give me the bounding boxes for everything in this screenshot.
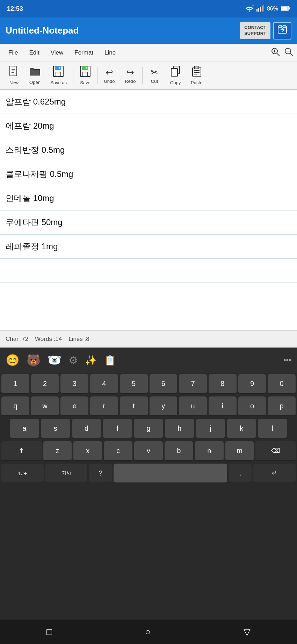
backspace-key[interactable]: ⌫ (255, 441, 296, 461)
key-q[interactable]: q (1, 396, 29, 416)
menu-view[interactable]: View (46, 46, 68, 59)
paste-button[interactable]: Paste (186, 64, 207, 87)
emoji-smile[interactable]: 😊 (6, 353, 20, 367)
new-label: New (9, 80, 19, 85)
key-r[interactable]: r (90, 396, 118, 416)
enter-key[interactable]: ↵ (253, 464, 296, 483)
key-v[interactable]: v (134, 441, 163, 461)
saveas-button[interactable]: Save as (45, 64, 72, 87)
line-empty (0, 306, 297, 330)
cut-button[interactable]: ✂ Cut (144, 66, 165, 85)
save-icon (80, 66, 90, 80)
key-0[interactable]: 0 (268, 374, 296, 394)
wifi-icon (245, 5, 254, 13)
key-s[interactable]: s (41, 419, 70, 438)
key-p[interactable]: p (268, 396, 296, 416)
menu-edit[interactable]: Edit (24, 46, 44, 59)
zoom-out-button[interactable] (284, 47, 294, 59)
key-a[interactable]: a (10, 419, 39, 438)
key-y[interactable]: y (150, 396, 178, 416)
key-4[interactable]: 4 (90, 374, 118, 394)
key-u[interactable]: u (179, 396, 207, 416)
cut-icon: ✂ (151, 67, 158, 78)
key-7[interactable]: 7 (179, 374, 207, 394)
key-i[interactable]: i (209, 396, 237, 416)
battery-icon (281, 6, 290, 12)
nav-back-button[interactable]: ▽ (233, 624, 261, 640)
svg-rect-11 (283, 26, 286, 28)
svg-rect-1 (256, 9, 258, 12)
key-w[interactable]: w (31, 396, 59, 416)
redo-button[interactable]: ↪ Redo (120, 66, 141, 85)
key-b[interactable]: b (165, 441, 193, 461)
gear-icon[interactable]: ⚙ (68, 354, 78, 366)
line-item: 알프람 0.625mg (0, 90, 297, 114)
open-icon (29, 66, 41, 79)
asdf-row: a s d f g h j k l (0, 417, 297, 440)
toolbar: New Open Save as (0, 62, 297, 90)
svg-rect-29 (83, 72, 88, 76)
line-item: 레피졸정 1mg (0, 235, 297, 259)
emoji-polar-bear[interactable]: 🐻‍❄️ (48, 353, 61, 367)
key-j[interactable]: j (196, 419, 225, 438)
key-e[interactable]: e (60, 396, 88, 416)
key-1[interactable]: 1 (1, 374, 29, 394)
header-buttons: CONTACT SUPPORT (240, 22, 291, 40)
key-n[interactable]: n (195, 441, 224, 461)
open-button[interactable]: Open (24, 65, 45, 87)
contact-support-button[interactable]: CONTACT SUPPORT (240, 22, 270, 40)
menu-line[interactable]: Line (100, 46, 121, 59)
menu-bar: File Edit View Format Line (0, 44, 297, 62)
key-m[interactable]: m (225, 441, 254, 461)
nav-recents-button[interactable]: □ (36, 624, 63, 640)
save-button[interactable]: Save (75, 64, 96, 87)
key-o[interactable]: o (238, 396, 266, 416)
open-label: Open (29, 80, 41, 85)
new-icon (9, 66, 19, 80)
key-5[interactable]: 5 (120, 374, 148, 394)
clipboard-icon[interactable]: 📋 (104, 355, 116, 366)
key-x[interactable]: x (73, 441, 102, 461)
space-key[interactable] (114, 464, 227, 483)
key-3[interactable]: 3 (60, 374, 88, 394)
key-k[interactable]: k (227, 419, 256, 438)
toolbar-sep-2 (97, 67, 97, 84)
zoom-in-button[interactable] (270, 47, 280, 59)
svg-rect-8 (289, 7, 290, 9)
key-l[interactable]: l (258, 419, 287, 438)
svg-line-17 (290, 53, 293, 56)
undo-button[interactable]: ↩ Undo (99, 66, 120, 85)
copy-button[interactable]: Copy (165, 64, 186, 87)
line-item: 쿠에타핀 50mg (0, 210, 297, 235)
key-9[interactable]: 9 (238, 374, 266, 394)
menu-file[interactable]: File (3, 46, 23, 59)
nav-home-button[interactable]: ○ (135, 624, 161, 640)
share-button[interactable] (273, 22, 291, 40)
key-c[interactable]: c (104, 441, 132, 461)
korean-key[interactable]: 가/a (45, 464, 88, 483)
saveas-label: Save as (50, 80, 67, 85)
period-key[interactable]: . (229, 464, 252, 483)
more-options-icon[interactable]: ••• (283, 356, 291, 365)
magic-wand-icon[interactable]: ✨ (85, 355, 97, 366)
svg-rect-3 (260, 7, 261, 12)
paste-label: Paste (191, 80, 202, 85)
question-key[interactable]: ? (89, 464, 112, 483)
paste-icon (192, 66, 202, 80)
key-d[interactable]: d (72, 419, 101, 438)
menu-format[interactable]: Format (70, 46, 98, 59)
key-z[interactable]: z (43, 441, 72, 461)
notepad-content[interactable]: 알프람 0.625mg 에프람 20mg 스리반정 0.5mg 클로나제팜 0.… (0, 90, 297, 330)
key-h[interactable]: h (165, 419, 194, 438)
emoji-bear[interactable]: 🐻 (27, 353, 41, 367)
key-2[interactable]: 2 (31, 374, 59, 394)
key-t[interactable]: t (120, 396, 148, 416)
key-8[interactable]: 8 (209, 374, 237, 394)
key-g[interactable]: g (134, 419, 163, 438)
shift-key[interactable]: ⬆ (1, 441, 42, 461)
key-f[interactable]: f (103, 419, 132, 438)
numbers-key[interactable]: 1#+ (1, 464, 44, 483)
new-button[interactable]: New (3, 64, 24, 87)
key-6[interactable]: 6 (150, 374, 178, 394)
status-time: 12:53 (7, 5, 23, 13)
